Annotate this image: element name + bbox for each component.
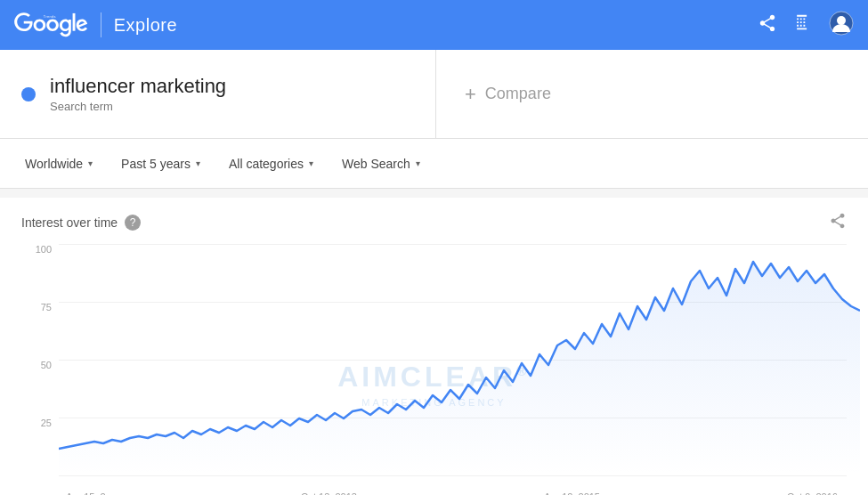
header-icons [758,11,854,40]
apps-icon[interactable] [793,13,813,37]
search-dot [21,87,36,101]
search-term-text: influencer marketing Search term [50,75,226,113]
app-header: Trends Explore [0,0,868,50]
search-term-box: influencer marketing Search term [0,50,436,138]
google-logo: Trends [14,12,88,37]
trend-chart [59,244,860,475]
share-icon[interactable] [758,13,777,37]
chevron-down-icon: ▾ [416,158,420,168]
chevron-down-icon: ▾ [88,158,93,168]
header-left: Trends Explore [14,12,177,37]
y-label-100: 100 [21,244,57,255]
x-label-1: Oct 13, 2013 [301,491,357,495]
grid-line-0 [59,475,847,476]
x-label-0: Apr 15, 2... [66,491,114,495]
chart-container: AIMCLEAR® MARKETING AGENCY 100 75 50 25 [21,244,847,495]
search-term-type: Search term [50,100,226,113]
help-icon[interactable]: ? [125,215,141,231]
x-label-3: Oct 9, 2016 [787,491,838,495]
chevron-down-icon: ▾ [309,158,313,168]
search-area: influencer marketing Search term + Compa… [0,50,868,139]
compare-label: Compare [485,85,551,103]
filter-region-label: Worldwide [25,157,83,171]
header-page-title: Explore [114,15,177,36]
chart-title-area: Interest over time ? [21,215,141,231]
y-label-50: 50 [21,360,57,370]
compare-plus-icon: + [465,83,476,106]
chart-title: Interest over time [21,215,118,230]
header-divider [101,12,101,37]
filter-category[interactable]: All categories ▾ [218,150,324,178]
svg-text:Trends: Trends [44,14,56,19]
chart-header: Interest over time ? [21,212,847,233]
y-label-75: 75 [21,302,57,312]
compare-box[interactable]: + Compare [436,50,868,138]
chart-section: Interest over time ? AIMCLEAR® MARKETING… [0,198,868,495]
account-icon[interactable] [829,11,854,40]
y-axis: 100 75 50 25 [21,244,57,475]
x-axis: Apr 15, 2... Oct 13, 2013 Apr 12, 2015 O… [57,491,847,495]
filter-time-label: Past 5 years [121,157,191,171]
filter-time[interactable]: Past 5 years ▾ [110,150,211,178]
svg-point-2 [837,16,846,25]
x-label-2: Apr 12, 2015 [544,491,600,495]
filters-bar: Worldwide ▾ Past 5 years ▾ All categorie… [0,139,868,189]
filter-search-type[interactable]: Web Search ▾ [331,150,431,178]
y-label-25: 25 [21,418,57,428]
chart-share-icon[interactable] [829,212,847,233]
filter-search-type-label: Web Search [342,157,410,171]
filter-category-label: All categories [229,157,304,171]
search-term: influencer marketing [50,75,226,98]
chevron-down-icon: ▾ [196,158,200,168]
filter-region[interactable]: Worldwide ▾ [14,150,103,178]
